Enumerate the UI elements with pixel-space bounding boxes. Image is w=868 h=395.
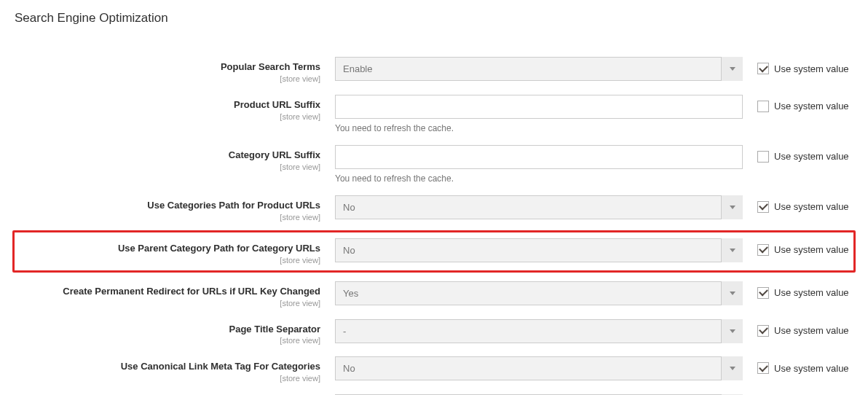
- field-scope: [store view]: [15, 112, 320, 121]
- label-col: Use Parent Category Path for Category UR…: [15, 238, 335, 265]
- input-col: No: [335, 356, 743, 380]
- form-rows: Popular Search Terms [store view] Enable…: [15, 51, 853, 395]
- input-col: No: [335, 238, 743, 262]
- label-col: Category URL Suffix [store view]: [15, 145, 335, 171]
- label-col: Product URL Suffix [store view]: [15, 95, 335, 121]
- use-system-label[interactable]: Use system value: [774, 201, 849, 212]
- select-wrap: Enable: [335, 57, 743, 81]
- row-canon-cat: Use Canonical Link Meta Tag For Categori…: [15, 351, 853, 388]
- checkbox-col: Use system value: [743, 195, 849, 213]
- category-suffix-input[interactable]: [335, 145, 743, 169]
- field-scope: [store view]: [15, 374, 320, 383]
- input-col: Yes: [335, 281, 743, 305]
- field-label: Category URL Suffix: [229, 149, 320, 160]
- use-system-checkbox[interactable]: [757, 362, 769, 374]
- checkbox-col: Use system value: [743, 95, 849, 112]
- field-label: Use Categories Path for Product URLs: [147, 200, 320, 211]
- checkbox-col: Use system value: [743, 281, 849, 299]
- select-wrap: Yes: [335, 281, 743, 305]
- field-scope: [store view]: [15, 163, 320, 171]
- field-label: Use Parent Category Path for Category UR…: [118, 243, 320, 254]
- row-parent-cat-path: Use Parent Category Path for Category UR…: [12, 230, 856, 273]
- checkbox-col: Use system value: [743, 238, 849, 256]
- select-wrap: No: [335, 238, 743, 262]
- field-scope: [store view]: [15, 74, 320, 83]
- field-scope: [store view]: [15, 256, 320, 265]
- field-note: You need to refresh the cache.: [335, 123, 743, 133]
- checkbox-col: Use system value: [743, 319, 849, 337]
- row-title-sep: Page Title Separator [store view] - Use …: [15, 313, 853, 351]
- use-system-checkbox[interactable]: [757, 201, 769, 213]
- use-system-checkbox[interactable]: [757, 151, 769, 163]
- row-cat-path-product: Use Categories Path for Product URLs [st…: [15, 189, 853, 227]
- use-system-label[interactable]: Use system value: [774, 244, 849, 255]
- label-col: Popular Search Terms [store view]: [15, 57, 335, 83]
- cat-path-product-select[interactable]: No: [335, 195, 743, 219]
- use-system-label[interactable]: Use system value: [774, 363, 849, 374]
- field-label: Page Title Separator: [229, 324, 320, 335]
- use-system-checkbox[interactable]: [757, 63, 769, 74]
- perm-redirect-select[interactable]: Yes: [335, 281, 743, 305]
- field-label: Create Permanent Redirect for URLs if UR…: [63, 286, 320, 297]
- label-col: Use Canonical Link Meta Tag For Categori…: [15, 356, 335, 383]
- row-category-suffix: Category URL Suffix [store view] You nee…: [15, 139, 853, 189]
- field-note: You need to refresh the cache.: [335, 173, 743, 184]
- field-scope: [store view]: [15, 336, 320, 345]
- label-col: Page Title Separator [store view]: [15, 319, 335, 345]
- input-col: No: [335, 195, 743, 219]
- input-col: -: [335, 319, 743, 343]
- popular-terms-select[interactable]: Enable: [335, 57, 743, 81]
- select-wrap: -: [335, 319, 743, 343]
- field-label: Product URL Suffix: [234, 99, 320, 110]
- checkbox-col: Use system value: [743, 57, 849, 74]
- row-perm-redirect: Create Permanent Redirect for URLs if UR…: [15, 275, 853, 313]
- use-system-label[interactable]: Use system value: [774, 63, 849, 74]
- use-system-checkbox[interactable]: [757, 101, 769, 112]
- field-scope: [store view]: [15, 213, 320, 222]
- field-scope: [store view]: [15, 299, 320, 308]
- input-col: You need to refresh the cache.: [335, 95, 743, 133]
- input-col: Enable: [335, 57, 743, 81]
- checkbox-col: Use system value: [743, 145, 849, 163]
- title-sep-select[interactable]: -: [335, 319, 743, 343]
- label-col: Use Categories Path for Product URLs [st…: [15, 195, 335, 222]
- use-system-checkbox[interactable]: [757, 244, 769, 256]
- row-popular-terms: Popular Search Terms [store view] Enable…: [15, 51, 853, 89]
- parent-cat-path-select[interactable]: No: [335, 238, 743, 262]
- use-system-checkbox[interactable]: [757, 325, 769, 337]
- checkbox-col: Use system value: [743, 356, 849, 374]
- field-label: Popular Search Terms: [221, 61, 320, 72]
- select-wrap: No: [335, 356, 743, 380]
- row-canon-prod: Use Canonical Link Meta Tag For Products…: [15, 388, 853, 395]
- use-system-label[interactable]: Use system value: [774, 287, 849, 298]
- use-system-label[interactable]: Use system value: [774, 151, 849, 162]
- field-label: Use Canonical Link Meta Tag For Categori…: [121, 361, 320, 372]
- label-col: Create Permanent Redirect for URLs if UR…: [15, 281, 335, 308]
- use-system-label[interactable]: Use system value: [774, 101, 849, 112]
- row-product-suffix: Product URL Suffix [store view] You need…: [15, 89, 853, 139]
- use-system-checkbox[interactable]: [757, 287, 769, 299]
- canon-cat-select[interactable]: No: [335, 356, 743, 380]
- select-wrap: No: [335, 195, 743, 219]
- section-title: Search Engine Optimization: [15, 11, 853, 26]
- input-col: You need to refresh the cache.: [335, 145, 743, 184]
- product-suffix-input[interactable]: [335, 95, 743, 119]
- use-system-label[interactable]: Use system value: [774, 325, 849, 336]
